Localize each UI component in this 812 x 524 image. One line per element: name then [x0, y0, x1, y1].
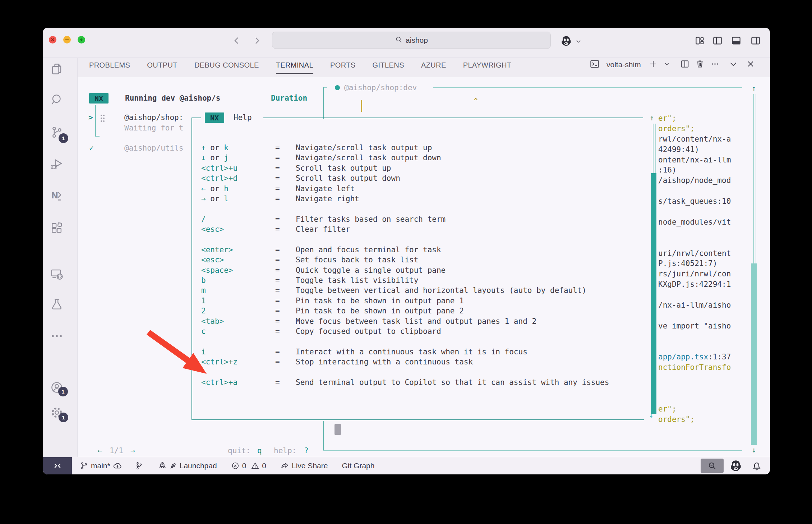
task-row-1-label[interactable]: @aishop/shop: [124, 112, 183, 123]
task-row-2-label[interactable]: @aishop/utils [124, 143, 183, 153]
chevron-down-icon[interactable] [575, 38, 582, 46]
help-row: <tab>=Move focus between task list and o… [201, 317, 643, 327]
stack-trace-line: rwl/content/nx-a [658, 135, 731, 145]
help-row: i=Interact with a continuous task when i… [201, 348, 643, 358]
help-row: <esc>=Set focus back to task list [201, 256, 643, 266]
help-row: ↑ or k=Navigate/scroll task output up [201, 143, 643, 153]
task-status-dot [335, 85, 340, 90]
problems-status-item[interactable]: 0 0 [231, 461, 266, 470]
copilot-status-icon[interactable] [728, 458, 744, 474]
help-row: <space>=Quick toggle a single output pan… [201, 266, 643, 276]
outer-scrollbar-thumb[interactable] [751, 263, 757, 445]
close-panel-button[interactable] [746, 59, 755, 70]
scroll-down-icon[interactable]: ↓ [649, 410, 654, 420]
branch-status-item[interactable]: main* [80, 461, 122, 470]
launchpad-status-item[interactable]: Launchpad [157, 461, 217, 470]
tab-debug-console[interactable]: DEBUG CONSOLE [194, 60, 259, 72]
tab-azure[interactable]: AZURE [421, 60, 446, 72]
scroll-up-icon[interactable]: ↑ [650, 113, 654, 123]
stack-trace-line: uri/nrwl/content [658, 249, 731, 259]
warning-count: 0 [262, 461, 266, 470]
help-row: b=Toggle task list visibility [201, 276, 643, 286]
output-pane-title: @aishop/shop:dev [344, 83, 417, 93]
screen: aishop [0, 0, 812, 524]
minimize-window-button[interactable] [63, 36, 71, 43]
live-share-status-item[interactable]: Live Share [280, 461, 328, 470]
stack-trace-line: app/app.tsx:1:37 [658, 353, 731, 363]
remote-explorer-icon[interactable] [50, 267, 64, 281]
task-header-duration: Duration [271, 93, 307, 103]
customize-layout-icon[interactable] [695, 35, 705, 47]
stack-trace-line: P.js:40521:7) [658, 259, 731, 270]
settings-badge: 1 [59, 413, 68, 422]
extensions-icon[interactable] [50, 221, 64, 235]
remote-indicator[interactable] [43, 457, 72, 474]
tab-gitlens[interactable]: GITLENS [373, 60, 404, 72]
toggle-panel-icon[interactable] [731, 35, 742, 47]
outer-scroll-up-icon[interactable]: ↑ [752, 83, 756, 93]
zoom-window-button[interactable] [78, 36, 85, 43]
panel-more-actions-button[interactable] [710, 59, 720, 70]
zoom-status-button[interactable] [701, 459, 724, 473]
stack-trace-line: 42499:41) [658, 145, 731, 156]
stack-trace-line: node_modules/vit [658, 218, 731, 228]
help-row: 1=Pin task to be shown in output pane 1 [201, 297, 643, 307]
toggle-primary-sidebar-icon[interactable] [712, 35, 723, 47]
graph-status-item[interactable] [135, 461, 143, 470]
close-window-button[interactable] [49, 36, 56, 43]
terminal-profile-chevron-icon[interactable] [663, 60, 670, 69]
stack-trace-line: orders"; [658, 124, 731, 135]
new-terminal-button[interactable] [648, 59, 658, 70]
stack-trace-line [658, 343, 731, 353]
terminal-name[interactable]: volta-shim [606, 60, 641, 69]
help-row: c=Copy focused output to clipboard [201, 327, 643, 337]
help-row-spacer [201, 204, 643, 215]
git-graph-status-item[interactable]: Git Graph [342, 461, 374, 470]
tab-ports[interactable]: PORTS [330, 60, 356, 72]
stack-trace-line: ve import "aisho [658, 322, 731, 332]
drag-dots-icon [99, 114, 106, 124]
stack-trace-line [658, 394, 731, 405]
terminal-cursor [361, 100, 362, 112]
nx-console-icon[interactable]: N [50, 188, 64, 202]
testing-icon[interactable] [50, 297, 64, 312]
hint-help-key: ? [304, 446, 309, 456]
nav-back-button[interactable] [231, 35, 242, 47]
git-graph-label: Git Graph [342, 461, 374, 470]
live-share-label: Live Share [292, 461, 328, 470]
tab-terminal[interactable]: TERMINAL [276, 60, 313, 72]
tab-playwright[interactable]: PLAYWRIGHT [463, 60, 512, 72]
pager-prev[interactable]: ← [98, 446, 102, 456]
notifications-bell-icon[interactable] [751, 460, 762, 473]
stack-trace-line [658, 207, 731, 218]
nav-forward-button[interactable] [252, 35, 262, 47]
toggle-secondary-sidebar-icon[interactable] [750, 35, 761, 47]
split-terminal-button[interactable] [680, 59, 690, 70]
help-row: <enter>=Open and focus terminal for task [201, 245, 643, 256]
help-rows: ↑ or k=Navigate/scroll task output up↓ o… [201, 143, 643, 388]
kill-terminal-button[interactable] [695, 59, 705, 70]
explorer-icon[interactable] [50, 62, 64, 76]
copilot-titlebar-icon[interactable] [559, 34, 573, 50]
stack-trace-line [658, 290, 731, 301]
stack-trace-line: s/task_queues:10 [658, 197, 731, 207]
inner-scrollbar-thumb[interactable] [651, 173, 656, 414]
help-title: Help [234, 112, 252, 123]
tab-problems[interactable]: PROBLEMS [89, 60, 130, 72]
outer-scroll-down-icon[interactable]: ↓ [752, 445, 756, 455]
command-center-search[interactable]: aishop [272, 32, 551, 49]
task-row-1-status: Waiting for t [124, 123, 183, 133]
run-debug-icon[interactable] [50, 157, 64, 171]
nx-task-badge: NX [89, 93, 109, 104]
more-views-icon[interactable] [50, 329, 64, 343]
terminal-icon [589, 59, 600, 71]
tab-output[interactable]: OUTPUT [147, 60, 177, 72]
task-row-chevron: > [88, 112, 93, 123]
search-value: aishop [406, 36, 428, 45]
search-icon [395, 36, 403, 45]
pager-next[interactable]: → [130, 446, 135, 456]
output-scrollbar-thumb[interactable] [335, 424, 341, 435]
search-sidebar-icon[interactable] [50, 92, 64, 107]
hide-panel-chevron-icon[interactable] [729, 59, 738, 70]
help-row: <esc>=Clear filter [201, 225, 643, 235]
